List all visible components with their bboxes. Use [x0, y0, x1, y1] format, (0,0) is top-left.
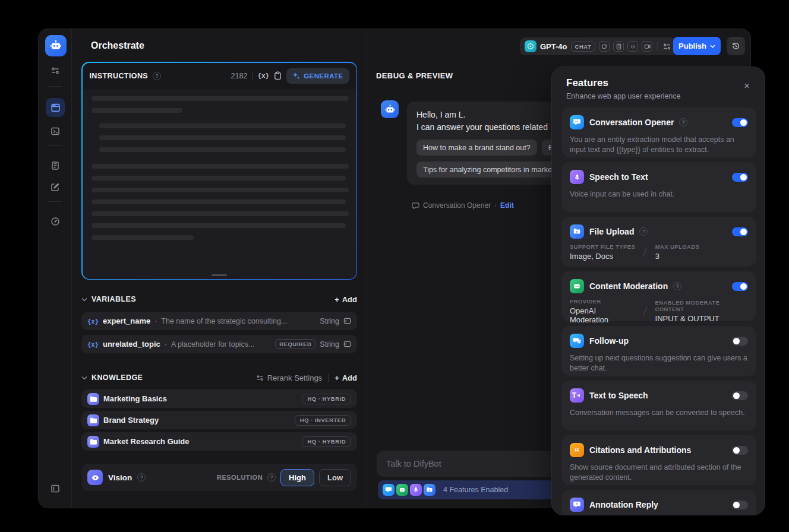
plus-icon: + [334, 295, 339, 304]
add-variable-button[interactable]: + Add [334, 295, 357, 304]
suggested-question-chip[interactable]: How to make a brand stand out? [416, 140, 537, 156]
resolution-high-button[interactable]: High [280, 469, 314, 486]
collapse-sidebar-button[interactable] [46, 479, 65, 498]
knowledge-row[interactable]: Brand Strategy HQ · INVERTED [81, 411, 357, 429]
resize-handle[interactable] [212, 274, 227, 276]
speech-to-text-toggle[interactable] [732, 173, 748, 182]
citations-icon: “ [570, 443, 584, 457]
app-window-icon [51, 103, 61, 113]
divider [328, 373, 329, 382]
help-icon[interactable]: ? [639, 227, 648, 236]
generate-button[interactable]: GENERATE [286, 68, 349, 84]
sidebar-item-settings[interactable] [46, 61, 65, 80]
text-to-speech-toggle[interactable] [732, 391, 748, 400]
citations-toggle[interactable] [732, 446, 748, 455]
divider [665, 42, 665, 50]
model-selector[interactable]: GPT-4o CHAT [520, 37, 676, 55]
vision-eye-icon [87, 470, 103, 485]
resolution-low-button[interactable]: Low [319, 469, 351, 486]
feature-title: Follow-up [589, 336, 629, 346]
chat-bubble-icon [412, 202, 419, 210]
skeleton-line [91, 211, 349, 216]
skeleton-line [91, 96, 349, 101]
publish-label: Publish [678, 42, 706, 50]
debug-preview-title: DEBUG & PREVIEW [376, 71, 453, 80]
skeleton-line [91, 164, 349, 169]
conversation-opener-toggle[interactable] [732, 118, 748, 127]
knowledge-header: KNOWLEDGE Rerank Settings + Add [81, 371, 357, 384]
chevron-down-icon[interactable] [81, 297, 87, 302]
opener-label: Conversation Opener [423, 201, 491, 210]
knowledge-name: Market Research Guide [103, 437, 190, 446]
divider [252, 72, 253, 80]
openai-logo-icon [525, 40, 536, 52]
conversation-opener-icon [383, 484, 394, 496]
knowledge-row[interactable]: Marketing Basics HQ · HYBRID [81, 390, 357, 408]
feature-title: File Upload [589, 227, 634, 236]
variable-row[interactable]: {x} unrelated_topic · A placeholder for … [81, 335, 357, 353]
sparkle-icon [292, 72, 300, 80]
model-params-button[interactable] [662, 42, 671, 51]
resolution-label: RESOLUTION [217, 474, 263, 481]
annotation-reply-toggle[interactable] [732, 501, 748, 509]
sidebar-item-logs[interactable] [46, 156, 65, 175]
feature-description: Voice input can be used in chat. [570, 189, 748, 200]
text-to-speech-icon: T [570, 388, 584, 403]
page-title: Orchestrate [91, 40, 144, 51]
sidebar-divider [48, 86, 62, 87]
instructions-header: INSTRUCTIONS ? 2182 {x} [83, 63, 356, 89]
knowledge-name: Brand Strategy [103, 416, 159, 425]
sliders-icon [51, 66, 60, 75]
dot-separator: · [154, 317, 157, 325]
publish-button[interactable]: Publish [673, 37, 721, 55]
rerank-settings-button[interactable]: Rerank Settings [256, 373, 323, 382]
content-moderation-icon [396, 484, 408, 496]
feature-title: Text to Speech [589, 391, 648, 400]
divider [657, 42, 658, 51]
app-logo[interactable] [45, 35, 67, 56]
sidebar-item-terminal[interactable] [46, 122, 65, 141]
follow-up-toggle[interactable] [732, 337, 748, 346]
dot-separator: · [165, 340, 167, 349]
help-icon[interactable]: ? [267, 473, 276, 482]
feature-card-conversation-opener: Conversation Opener ? You are an entity … [561, 107, 756, 157]
video-capability-icon [642, 41, 652, 52]
sidebar-item-orchestrate[interactable] [46, 98, 65, 117]
sidebar-divider [48, 145, 62, 146]
version-history-button[interactable] [727, 37, 745, 55]
skeleton-line [91, 223, 346, 228]
skeleton-line [91, 108, 182, 113]
knowledge-row[interactable]: Market Research Guide HQ · HYBRID [81, 432, 357, 451]
edit-opener-link[interactable]: Edit [500, 201, 514, 210]
edit-icon [51, 182, 60, 192]
plus-icon: + [334, 373, 339, 382]
feature-card-speech-to-text: Speech to Text Voice input can be used i… [561, 162, 756, 212]
add-label: Add [342, 373, 357, 382]
content-moderation-toggle[interactable] [732, 282, 748, 291]
sidebar-item-annotations[interactable] [46, 178, 65, 197]
suggested-question-chip[interactable]: Tips for analyzing competitors in market [416, 162, 560, 178]
document-icon [51, 161, 60, 170]
help-icon[interactable]: ? [673, 282, 681, 290]
chevron-down-icon[interactable] [81, 376, 87, 380]
help-icon[interactable]: ? [153, 72, 161, 80]
help-icon[interactable]: ? [679, 118, 687, 126]
setting-label: MAX UPLOADS [655, 243, 700, 250]
add-knowledge-button[interactable]: + Add [334, 373, 357, 382]
feature-title: Content Moderation [589, 281, 668, 291]
copy-button[interactable] [274, 71, 282, 80]
help-icon[interactable]: ? [137, 473, 146, 482]
input-field-icon [343, 317, 351, 325]
sidebar-item-monitoring[interactable] [46, 212, 65, 231]
variable-row[interactable]: {x} expert_name · The name of the strate… [81, 312, 357, 330]
insert-variable-button[interactable]: {x} [257, 72, 269, 80]
instructions-panel: INSTRUCTIONS ? 2182 {x} [81, 62, 357, 280]
knowledge-folder-icon [87, 414, 99, 426]
instructions-editor[interactable] [83, 89, 356, 240]
input-field-icon [343, 340, 351, 348]
vision-section: Vision ? RESOLUTION ? High Low [81, 464, 357, 491]
close-icon[interactable]: × [741, 80, 753, 92]
feature-description: Setting up next questions suggestion can… [570, 353, 748, 373]
file-upload-toggle[interactable] [732, 227, 748, 236]
knowledge-badge: HQ · INVERTED [295, 415, 351, 426]
